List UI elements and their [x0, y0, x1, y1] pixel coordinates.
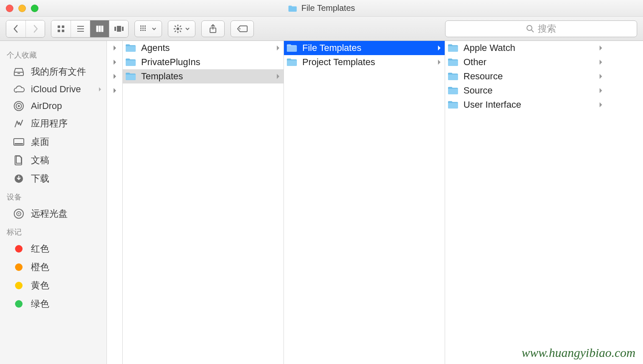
svg-point-33 [527, 25, 532, 30]
chevron-right-icon [599, 88, 603, 94]
file-row[interactable]: Other [445, 55, 606, 69]
svg-line-30 [175, 30, 176, 32]
file-row[interactable]: Source [445, 83, 606, 98]
sidebar-item-label: 黄色 [31, 279, 49, 292]
sidebar-item[interactable]: 红色 [0, 240, 106, 258]
chevron-right-icon [437, 59, 441, 65]
file-row[interactable]: File Templates [284, 41, 445, 55]
sidebar-item-label: iCloud Drive [31, 84, 81, 95]
file-row-label: Agents [141, 43, 170, 53]
sidebar-item[interactable]: 黄色 [0, 276, 106, 295]
svg-rect-12 [122, 27, 124, 31]
search-field[interactable]: 搜索 [445, 20, 637, 37]
chevron-right-icon [599, 102, 603, 108]
chevron-right-icon [276, 73, 280, 79]
file-row[interactable]: Templates [123, 69, 284, 83]
arrange-icon [140, 25, 149, 33]
svg-rect-2 [58, 30, 60, 32]
folder-icon [286, 43, 297, 53]
window-title: File Templates [288, 3, 355, 13]
window-title-text: File Templates [301, 3, 355, 13]
titlebar: File Templates [0, 0, 643, 17]
folder-icon [125, 72, 136, 81]
minimize-button[interactable] [18, 5, 26, 12]
column-browser: AgentsPrivatePlugInsTemplatesFile Templa… [123, 41, 643, 364]
forward-button[interactable] [25, 20, 45, 37]
svg-rect-6 [77, 31, 84, 32]
file-row-label: User Interface [463, 99, 521, 110]
sidebar-item[interactable]: 桌面 [0, 133, 106, 151]
sidebar-item[interactable]: 下载 [0, 169, 106, 188]
arrange-button[interactable] [134, 20, 162, 37]
file-row-label: Other [463, 57, 486, 68]
file-row[interactable]: Apple Watch [445, 41, 606, 55]
nav-buttons [6, 20, 45, 38]
sidebar-item[interactable]: iCloud Drive [0, 81, 106, 98]
file-row[interactable]: Agents [123, 41, 284, 55]
search-icon [526, 25, 534, 33]
sidebar-item[interactable]: 绿色 [0, 295, 106, 313]
file-row[interactable]: Resource [445, 69, 606, 83]
svg-point-22 [177, 27, 179, 30]
svg-rect-21 [144, 30, 146, 31]
coverflow-view-button[interactable] [109, 20, 128, 37]
file-row[interactable]: User Interface [445, 98, 606, 112]
sidebar-item[interactable]: 橙色 [0, 258, 106, 276]
tags-button[interactable] [230, 20, 254, 37]
folder-icon [125, 58, 136, 67]
svg-line-28 [180, 30, 181, 32]
sidebar-item[interactable]: 远程光盘 [0, 205, 106, 223]
sidebar-item-label: 远程光盘 [31, 207, 68, 220]
svg-rect-15 [144, 25, 146, 27]
close-button[interactable] [6, 5, 13, 12]
file-row[interactable]: Project Templates [284, 55, 445, 69]
chevron-right-icon [599, 45, 603, 51]
file-row-label: Source [463, 85, 493, 96]
sidebar-section-title: 设备 [0, 188, 106, 205]
folder-icon [125, 43, 136, 53]
svg-rect-5 [77, 28, 84, 29]
desktop-icon [13, 137, 25, 147]
svg-point-32 [239, 28, 240, 29]
list-view-button[interactable] [71, 20, 90, 37]
icloud-icon [13, 84, 25, 94]
all-files-icon [13, 67, 25, 77]
svg-rect-0 [58, 25, 60, 28]
svg-line-27 [175, 25, 176, 27]
documents-icon [13, 155, 25, 165]
browser-column: AgentsPrivatePlugInsTemplates [123, 41, 284, 364]
sidebar-item[interactable]: AirDrop [0, 98, 106, 114]
downloads-icon [13, 174, 25, 184]
path-arrow-icon [107, 55, 122, 69]
svg-rect-20 [142, 30, 144, 31]
column-view-button[interactable] [90, 20, 109, 37]
svg-rect-17 [142, 28, 144, 29]
browser-column: Apple WatchOtherResourceSourceUser Inter… [445, 41, 606, 364]
folder-icon [286, 58, 297, 67]
fullscreen-button[interactable] [31, 5, 38, 12]
window-controls [6, 5, 38, 12]
sidebar-item-label: AirDrop [31, 101, 62, 111]
sidebar-item[interactable]: 我的所有文件 [0, 63, 106, 81]
svg-rect-16 [140, 28, 142, 29]
file-row-label: PrivatePlugIns [141, 57, 200, 68]
sidebar-item-label: 红色 [31, 243, 49, 255]
svg-rect-9 [101, 26, 103, 32]
toolbar: 搜索 [0, 17, 643, 41]
sidebar-item-label: 绿色 [31, 298, 49, 310]
back-button[interactable] [6, 20, 25, 37]
sidebar-item-label: 下载 [31, 172, 49, 185]
svg-rect-41 [15, 143, 23, 144]
file-row[interactable]: PrivatePlugIns [123, 55, 284, 69]
svg-rect-4 [77, 26, 84, 27]
gear-icon [173, 24, 182, 33]
sidebar-item[interactable]: 文稿 [0, 151, 106, 169]
chevron-right-icon [599, 59, 603, 65]
sidebar-item[interactable]: 应用程序 [0, 114, 106, 133]
path-arrow-icon [107, 41, 122, 55]
share-button[interactable] [201, 20, 225, 37]
tag-color-icon [13, 299, 25, 309]
action-button[interactable] [168, 20, 195, 37]
svg-rect-18 [144, 28, 146, 29]
icon-view-button[interactable] [51, 20, 71, 37]
